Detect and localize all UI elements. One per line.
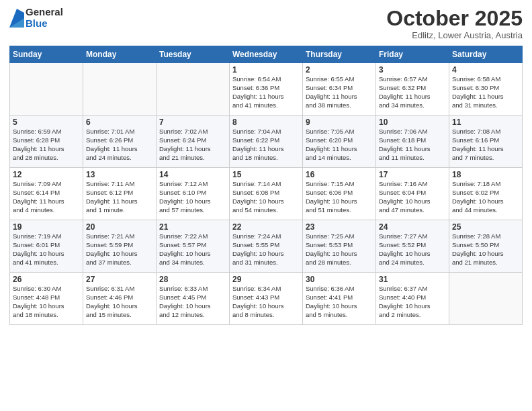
calendar-cell: 1Sunrise: 6:54 AM Sunset: 6:36 PM Daylig… (230, 63, 303, 116)
calendar-cell: 21Sunrise: 7:22 AM Sunset: 5:57 PM Dayli… (157, 220, 230, 273)
calendar-cell (157, 63, 230, 116)
day-info: Sunrise: 7:16 AM Sunset: 6:04 PM Dayligh… (379, 180, 446, 214)
calendar-cell: 5Sunrise: 6:59 AM Sunset: 6:28 PM Daylig… (10, 116, 83, 168)
calendar-cell: 17Sunrise: 7:16 AM Sunset: 6:04 PM Dayli… (376, 168, 449, 220)
day-number: 31 (379, 275, 446, 284)
col-tuesday: Tuesday (157, 46, 230, 63)
day-number: 16 (306, 170, 373, 179)
calendar-cell: 31Sunrise: 6:37 AM Sunset: 4:40 PM Dayli… (376, 273, 449, 325)
calendar-cell (10, 63, 83, 116)
day-number: 4 (452, 65, 519, 75)
day-number: 15 (232, 170, 300, 179)
day-info: Sunrise: 7:02 AM Sunset: 6:24 PM Dayligh… (159, 128, 226, 162)
day-number: 22 (232, 222, 300, 232)
day-info: Sunrise: 6:57 AM Sunset: 6:32 PM Dayligh… (379, 75, 446, 109)
day-number: 3 (379, 65, 446, 75)
logo-blue: Blue (26, 18, 63, 30)
day-number: 5 (13, 118, 80, 127)
day-number: 24 (379, 222, 446, 232)
calendar-cell: 30Sunrise: 6:36 AM Sunset: 4:41 PM Dayli… (303, 273, 376, 325)
calendar-cell: 14Sunrise: 7:12 AM Sunset: 6:10 PM Dayli… (157, 168, 230, 220)
calendar-cell: 23Sunrise: 7:25 AM Sunset: 5:53 PM Dayli… (303, 220, 376, 273)
calendar-week-row-1: 5Sunrise: 6:59 AM Sunset: 6:28 PM Daylig… (10, 116, 523, 168)
logo-icon (9, 9, 24, 28)
calendar-cell: 4Sunrise: 6:58 AM Sunset: 6:30 PM Daylig… (449, 63, 523, 116)
calendar-cell: 9Sunrise: 7:05 AM Sunset: 6:20 PM Daylig… (303, 116, 376, 168)
day-number: 18 (452, 170, 519, 179)
day-info: Sunrise: 7:08 AM Sunset: 6:16 PM Dayligh… (452, 128, 519, 162)
calendar-cell: 13Sunrise: 7:11 AM Sunset: 6:12 PM Dayli… (83, 168, 157, 220)
day-number: 2 (306, 65, 373, 75)
calendar-header-row: Sunday Monday Tuesday Wednesday Thursday… (10, 46, 523, 63)
day-number: 11 (452, 118, 519, 127)
header: General Blue October 2025 Edlitz, Lower … (9, 7, 523, 40)
col-monday: Monday (83, 46, 157, 63)
day-number: 9 (306, 118, 373, 127)
calendar-cell: 19Sunrise: 7:19 AM Sunset: 6:01 PM Dayli… (10, 220, 83, 273)
day-info: Sunrise: 7:27 AM Sunset: 5:52 PM Dayligh… (379, 232, 446, 267)
day-number: 14 (159, 170, 226, 179)
day-info: Sunrise: 7:05 AM Sunset: 6:20 PM Dayligh… (306, 128, 373, 162)
day-info: Sunrise: 7:09 AM Sunset: 6:14 PM Dayligh… (13, 180, 80, 214)
day-number: 23 (306, 222, 373, 232)
calendar-cell: 16Sunrise: 7:15 AM Sunset: 6:06 PM Dayli… (303, 168, 376, 220)
day-info: Sunrise: 7:21 AM Sunset: 5:59 PM Dayligh… (86, 232, 153, 267)
calendar-cell: 8Sunrise: 7:04 AM Sunset: 6:22 PM Daylig… (230, 116, 303, 168)
calendar-cell (83, 63, 157, 116)
day-number: 13 (86, 170, 153, 179)
day-number: 29 (232, 275, 300, 284)
col-sunday: Sunday (10, 46, 83, 63)
calendar-cell: 6Sunrise: 7:01 AM Sunset: 6:26 PM Daylig… (83, 116, 157, 168)
calendar: Sunday Monday Tuesday Wednesday Thursday… (9, 46, 523, 325)
day-number: 30 (306, 275, 373, 284)
day-number: 20 (86, 222, 153, 232)
calendar-week-row-4: 26Sunrise: 6:30 AM Sunset: 4:48 PM Dayli… (10, 273, 523, 325)
day-info: Sunrise: 7:22 AM Sunset: 5:57 PM Dayligh… (159, 232, 226, 267)
col-thursday: Thursday (303, 46, 376, 63)
day-info: Sunrise: 7:28 AM Sunset: 5:50 PM Dayligh… (452, 232, 519, 267)
logo-general: General (26, 7, 63, 18)
location: Edlitz, Lower Austria, Austria (386, 30, 523, 40)
day-info: Sunrise: 7:04 AM Sunset: 6:22 PM Dayligh… (232, 128, 300, 162)
day-number: 28 (159, 275, 226, 284)
day-info: Sunrise: 6:37 AM Sunset: 4:40 PM Dayligh… (379, 285, 446, 319)
day-number: 1 (232, 65, 300, 75)
day-number: 12 (13, 170, 80, 179)
calendar-cell: 10Sunrise: 7:06 AM Sunset: 6:18 PM Dayli… (376, 116, 449, 168)
day-number: 25 (452, 222, 519, 232)
day-info: Sunrise: 6:59 AM Sunset: 6:28 PM Dayligh… (13, 128, 80, 162)
day-number: 19 (13, 222, 80, 232)
calendar-cell: 3Sunrise: 6:57 AM Sunset: 6:32 PM Daylig… (376, 63, 449, 116)
calendar-cell: 24Sunrise: 7:27 AM Sunset: 5:52 PM Dayli… (376, 220, 449, 273)
title-block: October 2025 Edlitz, Lower Austria, Aust… (386, 7, 523, 40)
day-info: Sunrise: 6:36 AM Sunset: 4:41 PM Dayligh… (306, 285, 373, 319)
day-number: 26 (13, 275, 80, 284)
day-number: 17 (379, 170, 446, 179)
calendar-week-row-2: 12Sunrise: 7:09 AM Sunset: 6:14 PM Dayli… (10, 168, 523, 220)
day-info: Sunrise: 6:54 AM Sunset: 6:36 PM Dayligh… (232, 75, 300, 109)
calendar-cell: 26Sunrise: 6:30 AM Sunset: 4:48 PM Dayli… (10, 273, 83, 325)
calendar-cell: 27Sunrise: 6:31 AM Sunset: 4:46 PM Dayli… (83, 273, 157, 325)
col-friday: Friday (376, 46, 449, 63)
calendar-cell: 22Sunrise: 7:24 AM Sunset: 5:55 PM Dayli… (230, 220, 303, 273)
calendar-cell (449, 273, 523, 325)
calendar-cell: 20Sunrise: 7:21 AM Sunset: 5:59 PM Dayli… (83, 220, 157, 273)
day-info: Sunrise: 7:11 AM Sunset: 6:12 PM Dayligh… (86, 180, 153, 214)
day-info: Sunrise: 7:25 AM Sunset: 5:53 PM Dayligh… (306, 232, 373, 267)
day-info: Sunrise: 6:58 AM Sunset: 6:30 PM Dayligh… (452, 75, 519, 109)
col-saturday: Saturday (449, 46, 523, 63)
day-info: Sunrise: 7:14 AM Sunset: 6:08 PM Dayligh… (232, 180, 300, 214)
day-number: 6 (86, 118, 153, 127)
calendar-cell: 29Sunrise: 6:34 AM Sunset: 4:43 PM Dayli… (230, 273, 303, 325)
day-info: Sunrise: 7:15 AM Sunset: 6:06 PM Dayligh… (306, 180, 373, 214)
calendar-cell: 12Sunrise: 7:09 AM Sunset: 6:14 PM Dayli… (10, 168, 83, 220)
calendar-cell: 7Sunrise: 7:02 AM Sunset: 6:24 PM Daylig… (157, 116, 230, 168)
day-number: 21 (159, 222, 226, 232)
day-info: Sunrise: 6:30 AM Sunset: 4:48 PM Dayligh… (13, 285, 80, 319)
calendar-cell: 11Sunrise: 7:08 AM Sunset: 6:16 PM Dayli… (449, 116, 523, 168)
day-number: 10 (379, 118, 446, 127)
day-info: Sunrise: 7:01 AM Sunset: 6:26 PM Dayligh… (86, 128, 153, 162)
day-info: Sunrise: 7:06 AM Sunset: 6:18 PM Dayligh… (379, 128, 446, 162)
day-info: Sunrise: 7:18 AM Sunset: 6:02 PM Dayligh… (452, 180, 519, 214)
month-title: October 2025 (386, 7, 523, 30)
